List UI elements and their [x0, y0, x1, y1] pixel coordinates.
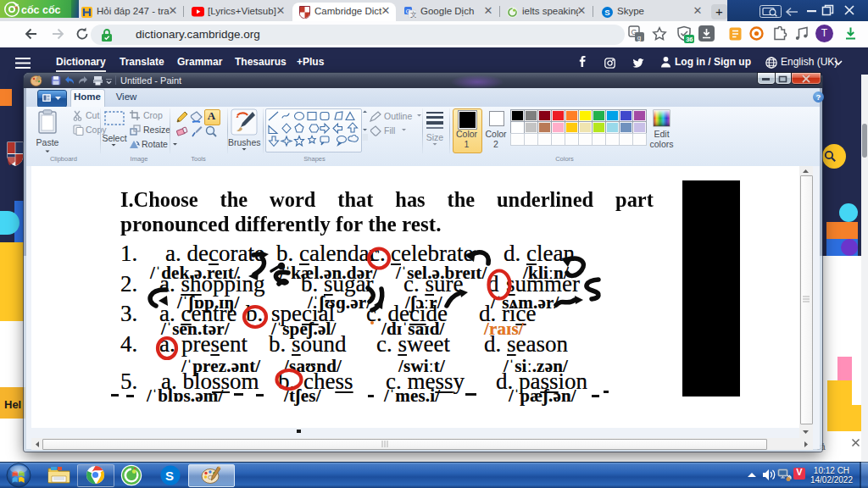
svg-text:S: S	[165, 469, 174, 483]
